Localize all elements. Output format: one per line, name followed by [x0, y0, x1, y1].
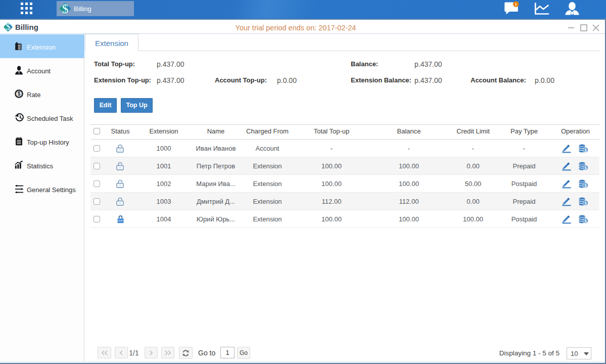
svg-text:$: $ [62, 2, 69, 15]
svg-text:!: ! [515, 2, 517, 7]
svg-text:$: $ [18, 91, 21, 97]
